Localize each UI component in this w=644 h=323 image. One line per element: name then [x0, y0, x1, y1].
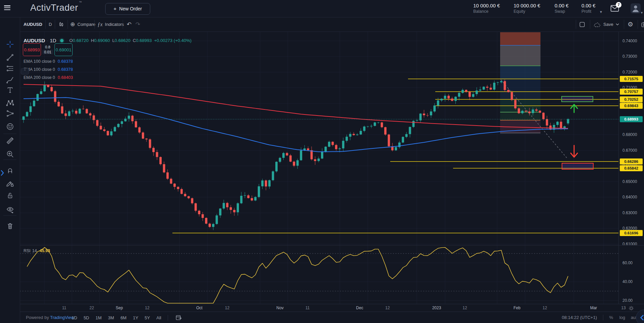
- range-button-1y[interactable]: 1Y: [133, 315, 138, 320]
- xabcd-pattern-tool-icon[interactable]: [6, 99, 14, 107]
- time-axis[interactable]: 1122Sep12Oct12Nov11Dec12202312Feb12Mar13: [0, 304, 644, 312]
- hide-all-tool-icon[interactable]: [6, 205, 14, 214]
- magnet-tool-icon[interactable]: [6, 166, 14, 174]
- target-zone-box[interactable]: [562, 163, 593, 169]
- price-level-tag: 0.70252: [620, 96, 643, 102]
- range-button-1d[interactable]: 1D: [72, 315, 77, 320]
- indicator-name: EMA 100 close 0: [24, 59, 55, 64]
- range-button-5d[interactable]: 5D: [84, 315, 89, 320]
- legend-separator: ·: [47, 38, 48, 43]
- app-header: ActivTrader™ +New Order 10 000.00 € Bala…: [0, 0, 644, 17]
- plus-icon: +: [114, 6, 117, 11]
- log-scale-button[interactable]: log: [619, 315, 625, 320]
- target-zone-box[interactable]: [562, 96, 593, 102]
- indicator-row[interactable]: EMA 100 close 00.68378: [24, 59, 73, 64]
- range-button-5y[interactable]: 5Y: [145, 315, 150, 320]
- zoom-in-tool-icon[interactable]: [6, 150, 14, 158]
- price-level-lines[interactable]: [172, 79, 618, 233]
- price-level-tag: 0.61696: [620, 230, 643, 236]
- redo-icon[interactable]: ↷: [135, 17, 140, 32]
- go-to-date-icon[interactable]: [175, 314, 183, 321]
- avatar-chevron-down-icon[interactable]: ▼: [640, 11, 643, 14]
- settings-gear-icon[interactable]: ⚙: [628, 17, 633, 32]
- ohlc-key: C: [133, 38, 136, 43]
- pane-divider[interactable]: [0, 245, 644, 245]
- rsi-legend[interactable]: RSI1445.93: [24, 248, 50, 253]
- ema200-line[interactable]: [24, 84, 568, 128]
- time-axis-label: 12: [225, 306, 229, 310]
- buy-ask-button[interactable]: 0.69001: [54, 43, 73, 56]
- price-axis-label: 0.64000: [622, 195, 637, 199]
- profit-stat: 0.00 € Profit: [581, 2, 596, 14]
- price-axis-label: 0.68000: [622, 132, 637, 137]
- time-axis-label: 22: [89, 306, 94, 310]
- price-axis[interactable]: 0.740000.730000.720000.710000.700000.690…: [618, 32, 644, 304]
- stats-chevron-down-icon[interactable]: ▼: [599, 10, 603, 14]
- interval-button[interactable]: D: [49, 17, 52, 32]
- remove-all-tool-icon[interactable]: [6, 222, 14, 230]
- indicator-row[interactable]: EMA 200 close 00.68403: [24, 75, 73, 80]
- time-axis-settings-icon[interactable]: [628, 305, 635, 312]
- date-range-buttons: 1D5D1M3M6M1Y5YAll: [72, 312, 183, 323]
- clock[interactable]: 08:14:22 (UTC+1): [562, 315, 597, 320]
- time-axis-label: 12: [542, 306, 547, 310]
- price-axis-label: 0.63000: [622, 211, 637, 215]
- equity-stat: 10 000.00 € Equity: [514, 2, 540, 14]
- indicators-button[interactable]: ƒxIndicators: [97, 17, 124, 32]
- ohlc-key: O: [69, 38, 73, 43]
- equity-value: 10 000.00 €: [514, 2, 540, 9]
- rsi-axis-label: 20.00: [622, 298, 633, 303]
- legend-collapse-button[interactable]: ⌃: [21, 68, 29, 75]
- toolbar-divider: [3, 215, 16, 216]
- avatar[interactable]: [631, 3, 641, 13]
- sell-bid-button[interactable]: 0.68993: [23, 43, 41, 56]
- price-level-tag: 0.65842: [620, 165, 643, 171]
- time-axis-label: 11: [62, 306, 66, 310]
- drawing-lock-tool-icon[interactable]: [6, 179, 14, 188]
- profit-label: Profit: [581, 9, 596, 14]
- symbol-button[interactable]: AUDUSD: [24, 17, 42, 32]
- range-button-3m[interactable]: 3M: [108, 315, 114, 320]
- price-axis-label: 0.67000: [622, 148, 637, 153]
- chart-canvas[interactable]: [20, 32, 618, 304]
- undo-icon[interactable]: ↶: [127, 17, 131, 32]
- balance-stat: 10 000.00 € Balance: [473, 2, 500, 14]
- menu-icon[interactable]: [4, 5, 10, 10]
- emoji-tool-icon[interactable]: [6, 122, 14, 131]
- rsi-period: 14: [32, 248, 37, 253]
- time-axis-label: Dec: [356, 306, 363, 310]
- range-button-1m[interactable]: 1M: [95, 315, 102, 320]
- price-axis-label: 0.61000: [622, 242, 637, 246]
- arrow-down-icon[interactable]: [571, 145, 577, 157]
- range-button-all[interactable]: All: [156, 315, 161, 320]
- chart-style-icon[interactable]: [57, 17, 65, 32]
- layout-icon[interactable]: [579, 17, 586, 32]
- lock-all-tool-icon[interactable]: [6, 191, 14, 200]
- range-button-6m[interactable]: 6M: [120, 315, 126, 320]
- tradingview-attribution[interactable]: Powered by TradingView: [26, 315, 74, 320]
- percent-scale-button[interactable]: %: [609, 315, 613, 320]
- compare-button[interactable]: ⊕Compare: [70, 17, 95, 32]
- fib-retracement-tool-icon[interactable]: [6, 64, 14, 73]
- crosshair-tool-icon[interactable]: [6, 40, 14, 49]
- price-axis-label: 0.73000: [622, 54, 637, 59]
- balance-value: 10 000.00 €: [473, 2, 500, 9]
- indicator-value: 0.68403: [58, 75, 73, 80]
- legend-interval[interactable]: 1D: [50, 38, 56, 43]
- time-axis-label: 12: [462, 306, 467, 310]
- indicator-row[interactable]: EMA 100 close 00.68378: [24, 67, 73, 72]
- forecast-tool-icon[interactable]: [6, 109, 14, 118]
- save-button[interactable]: Save: [593, 17, 619, 32]
- rsi-axis-label: 40.00: [622, 279, 633, 284]
- fib-projection-zone[interactable]: [500, 32, 540, 133]
- text-tool-icon[interactable]: [6, 86, 14, 94]
- expand-panel-chevron-icon[interactable]: [0, 170, 4, 178]
- new-order-button[interactable]: +New Order: [105, 3, 150, 15]
- legend-symbol[interactable]: AUDUSD: [24, 38, 45, 43]
- brush-tool-icon[interactable]: [6, 76, 14, 84]
- trend-line-tool-icon[interactable]: [6, 53, 14, 62]
- equity-label: Equity: [514, 9, 540, 14]
- time-axis-label: 12: [145, 306, 149, 310]
- screenshot-camera-icon[interactable]: [641, 17, 644, 32]
- ruler-tool-icon[interactable]: [6, 136, 14, 145]
